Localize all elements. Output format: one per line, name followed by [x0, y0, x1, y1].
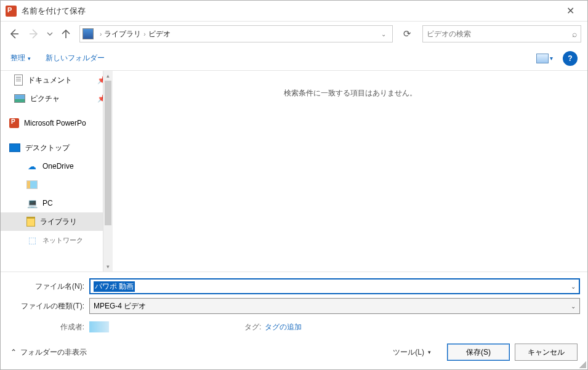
scroll-down-icon[interactable]: ▾ — [103, 262, 113, 271]
save-button[interactable]: 保存(S) — [447, 344, 510, 361]
filetype-select[interactable]: MPEG-4 ビデオ ⌄ — [89, 298, 580, 314]
chevron-right-icon: › — [100, 31, 102, 38]
sidebar-item-powerpoint[interactable]: Microsoft PowerPo — [1, 114, 113, 132]
cancel-button[interactable]: キャンセル — [515, 344, 578, 361]
sidebar-scrollbar[interactable]: ▴ ▾ — [103, 71, 113, 271]
network-icon: ⬚ — [26, 235, 38, 246]
filename-row: ファイル名(N): パワポ 動画 ⌄ — [8, 278, 580, 294]
sidebar-item-pc[interactable]: 💻 PC — [1, 194, 113, 212]
sidebar-item-user[interactable] — [1, 175, 113, 194]
recent-dropdown[interactable] — [45, 25, 55, 42]
sidebar-item-network[interactable]: ⬚ ネットワーク — [1, 231, 113, 249]
new-folder-button[interactable]: 新しいフォルダー — [46, 53, 105, 63]
filename-label: ファイル名(N): — [8, 281, 89, 292]
toolbar: 整理 ▾ 新しいフォルダー ▾ ? — [1, 46, 587, 71]
hide-folders-button[interactable]: ⌃ フォルダーの非表示 — [10, 347, 87, 358]
chevron-down-icon: ▾ — [28, 55, 31, 62]
search-icon[interactable]: ⌕ — [572, 29, 577, 39]
view-mode-dropdown[interactable]: ▾ — [550, 55, 553, 62]
sidebar: ドキュメント 📌 ピクチャ 📌 Microsoft PowerPo デスクトップ… — [1, 71, 113, 271]
resize-grip[interactable] — [578, 360, 586, 368]
chevron-down-icon[interactable]: ⌄ — [571, 283, 576, 290]
search-input[interactable] — [427, 30, 572, 38]
powerpoint-icon — [9, 118, 19, 128]
author-label: 作成者: — [8, 322, 89, 332]
nav-row: › ライブラリ › ビデオ ⌄ ⟳ ⌕ — [1, 22, 587, 46]
footer: ⌃ フォルダーの非表示 ツール(L) ▾ 保存(S) キャンセル — [1, 335, 587, 369]
forward-button[interactable] — [25, 25, 42, 42]
tools-menu[interactable]: ツール(L) ▾ — [393, 347, 431, 358]
content-pane: 検索条件に一致する項目はありません。 — [113, 71, 587, 271]
dialog-body: ドキュメント 📌 ピクチャ 📌 Microsoft PowerPo デスクトップ… — [1, 71, 587, 272]
tags-label: タグ: — [244, 322, 261, 332]
sidebar-item-pictures[interactable]: ピクチャ 📌 — [1, 89, 113, 108]
refresh-button[interactable]: ⟳ — [398, 25, 416, 42]
pc-icon: 💻 — [26, 198, 38, 209]
help-button[interactable]: ? — [563, 51, 578, 66]
library-icon — [26, 217, 35, 227]
picture-icon — [14, 94, 25, 103]
view-mode-button[interactable] — [536, 54, 549, 63]
close-button[interactable]: ✕ — [558, 1, 582, 22]
tags-add-link[interactable]: タグの追加 — [265, 322, 302, 332]
breadcrumb-dropdown[interactable]: ⌄ — [377, 31, 390, 38]
sidebar-item-library[interactable]: ライブラリ — [1, 212, 113, 231]
breadcrumb[interactable]: › ライブラリ › ビデオ ⌄ — [79, 25, 393, 42]
search-box[interactable]: ⌕ — [422, 25, 581, 42]
sidebar-item-onedrive[interactable]: ☁ OneDrive — [1, 157, 113, 175]
filetype-label: ファイルの種類(T): — [8, 301, 89, 312]
window-title: 名前を付けて保存 — [22, 6, 558, 17]
chevron-down-icon: ▾ — [428, 349, 431, 355]
breadcrumb-video[interactable]: ビデオ — [148, 29, 171, 39]
app-icon — [6, 6, 17, 17]
chevron-up-icon: ⌃ — [10, 348, 17, 356]
location-icon — [83, 28, 94, 39]
scroll-up-icon[interactable]: ▴ — [103, 71, 113, 81]
up-button[interactable] — [57, 25, 75, 42]
sidebar-item-desktop[interactable]: デスクトップ — [1, 139, 113, 157]
back-button[interactable] — [6, 25, 23, 42]
chevron-right-icon: › — [143, 31, 145, 38]
user-icon — [26, 180, 38, 189]
filetype-value: MPEG-4 ビデオ — [94, 301, 146, 312]
filename-input[interactable]: パワポ 動画 ⌄ — [89, 278, 580, 294]
scroll-thumb[interactable] — [105, 81, 111, 225]
author-value[interactable] — [89, 321, 109, 332]
organize-menu[interactable]: 整理 ▾ — [10, 53, 31, 63]
titlebar: 名前を付けて保存 ✕ — [1, 1, 587, 22]
chevron-down-icon[interactable]: ⌄ — [571, 303, 576, 310]
meta-row: 作成者: タグ: タグの追加 — [8, 318, 580, 335]
filetype-row: ファイルの種類(T): MPEG-4 ビデオ ⌄ — [8, 298, 580, 314]
onedrive-icon: ☁ — [26, 161, 38, 172]
form-area: ファイル名(N): パワポ 動画 ⌄ ファイルの種類(T): MPEG-4 ビデ… — [1, 272, 587, 335]
desktop-icon — [9, 143, 20, 152]
document-icon — [14, 74, 23, 86]
filename-value: パワポ 動画 — [94, 281, 135, 292]
breadcrumb-library[interactable]: ライブラリ — [104, 29, 141, 39]
sidebar-item-documents[interactable]: ドキュメント 📌 — [1, 71, 113, 89]
empty-message: 検索条件に一致する項目はありません。 — [284, 88, 417, 99]
save-as-dialog: 名前を付けて保存 ✕ › ライブラリ › ビデオ ⌄ ⟳ ⌕ — [0, 0, 588, 370]
